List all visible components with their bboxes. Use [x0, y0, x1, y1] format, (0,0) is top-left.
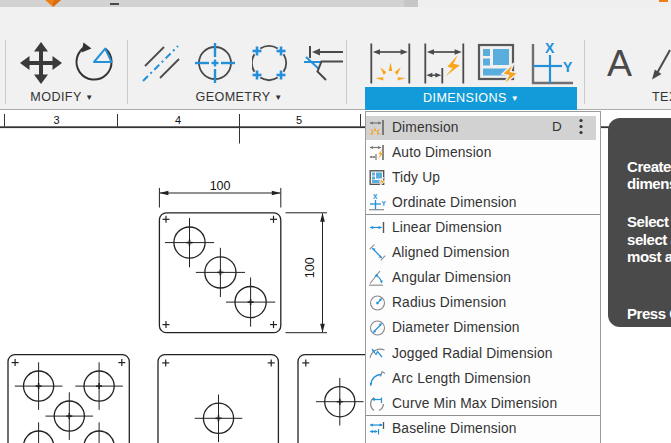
svg-text:5: 5: [296, 114, 302, 126]
svg-text:X: X: [545, 42, 555, 56]
svg-text:100: 100: [303, 257, 317, 278]
svg-text:4: 4: [175, 114, 181, 126]
svg-text:100: 100: [210, 179, 231, 193]
svg-text:Y: Y: [563, 59, 573, 75]
svg-text:3: 3: [53, 114, 59, 126]
